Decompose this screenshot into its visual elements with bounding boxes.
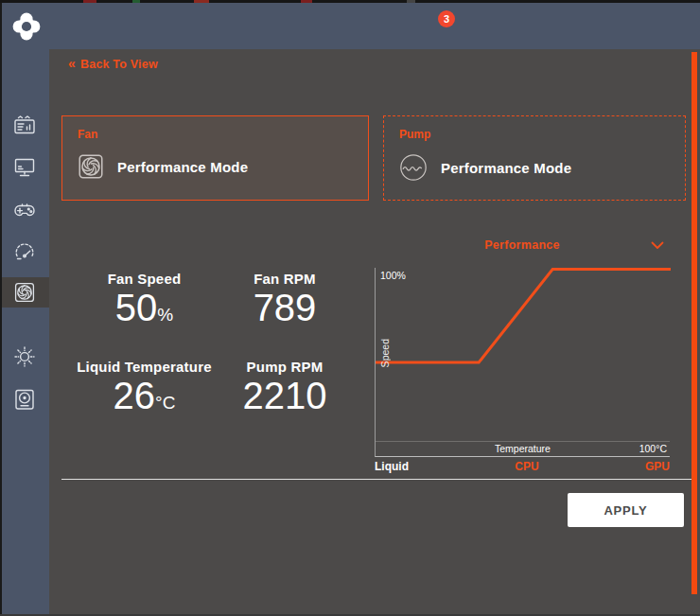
sidebar-item-cooling[interactable] <box>0 277 49 308</box>
stat-fan-rpm: Fan RPM 789 <box>225 271 344 327</box>
back-link-label: Back To View <box>80 58 158 71</box>
pc-monitor-icon <box>12 154 37 179</box>
fan-curve-svg <box>376 268 671 457</box>
titlebar <box>0 3 700 49</box>
system-monitoring-icon <box>12 113 37 137</box>
fan-curve-line <box>376 270 671 363</box>
stat-label: Liquid Temperature <box>47 359 241 375</box>
sidebar <box>0 49 49 616</box>
stat-label: Pump RPM <box>225 359 344 375</box>
notification-badge: 3 <box>438 10 455 27</box>
x-max-label: 100°C <box>639 443 667 454</box>
stat-value: 789 <box>225 288 344 327</box>
preset-dropdown[interactable]: Performance <box>375 236 670 255</box>
preset-dropdown-label: Performance <box>484 238 560 252</box>
stat-liquid-temperature: Liquid Temperature 26°C <box>47 359 241 415</box>
footer-divider <box>61 479 696 480</box>
stat-value: 2210 <box>225 376 344 415</box>
x-label-row-border <box>376 441 670 442</box>
sensor-tabs: Liquid CPU GPU <box>375 460 670 473</box>
stat-fan-speed: Fan Speed 50% <box>47 271 241 327</box>
fan-mode-label: Performance Mode <box>117 159 248 175</box>
y-max-label: 100% <box>380 270 406 281</box>
tab-cpu[interactable]: CPU <box>515 460 538 473</box>
lighting-sun-icon <box>12 344 37 369</box>
pump-waterline-icon <box>398 152 429 183</box>
back-to-view-link[interactable]: «Back To View <box>68 56 158 71</box>
gauge-icon <box>12 239 37 264</box>
stat-value: 26°C <box>47 376 241 415</box>
pump-card-title: Pump <box>399 128 430 141</box>
tab-gpu[interactable]: GPU <box>645 460 670 473</box>
y-axis-label: Speed <box>379 339 391 367</box>
window-top-edge <box>0 0 700 3</box>
window-left-edge <box>0 0 2 616</box>
fan-curve-chart: Performance 100% Speed Temperature 100°C… <box>375 236 670 473</box>
sidebar-item-performance[interactable] <box>0 237 49 267</box>
app-logo[interactable] <box>2 3 51 49</box>
vertical-scrollbar[interactable] <box>691 52 697 594</box>
sidebar-item-system-monitoring[interactable] <box>0 110 49 140</box>
fan-card-title: Fan <box>78 128 97 141</box>
double-chevron-left-icon: « <box>68 56 76 71</box>
fan-mode-card[interactable]: Fan Performance Mode <box>61 115 369 201</box>
sidebar-item-game-library[interactable] <box>0 194 49 224</box>
stat-label: Fan Speed <box>47 271 241 287</box>
tab-liquid[interactable]: Liquid <box>375 460 409 473</box>
fan-aperture-icon <box>77 152 105 181</box>
stat-label: Fan RPM <box>225 271 344 287</box>
sidebar-item-storage[interactable] <box>0 384 49 414</box>
x-axis-label-row: Temperature 100°C <box>376 443 670 454</box>
nzxt-cam-logo-icon <box>10 10 43 43</box>
apply-button[interactable]: APPLY <box>568 493 684 527</box>
app-window: 3 <box>0 0 700 616</box>
fan-curve-plot: 100% Speed Temperature 100°C <box>375 268 670 457</box>
chevron-down-icon <box>651 241 664 250</box>
sidebar-item-lighting[interactable] <box>0 342 49 372</box>
x-axis-label: Temperature <box>495 443 551 454</box>
pump-mode-label: Performance Mode <box>441 160 571 176</box>
fan-aperture-icon <box>13 281 36 304</box>
gamepad-icon <box>12 197 37 221</box>
stat-value: 50% <box>47 288 241 327</box>
pump-mode-card[interactable]: Pump Performance Mode <box>383 115 686 201</box>
stat-pump-rpm: Pump RPM 2210 <box>225 359 344 415</box>
sidebar-item-pc-specs[interactable] <box>0 151 49 182</box>
storage-disc-icon <box>12 387 37 412</box>
